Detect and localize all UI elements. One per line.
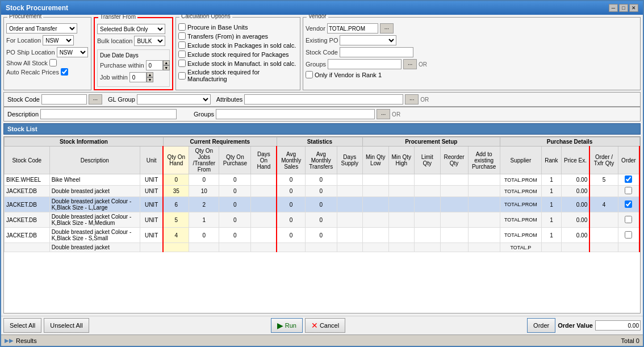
- table-row[interactable]: JACKET.DBDouble breasted jacketUNIT35100…: [5, 186, 640, 197]
- only-rank1-checkbox[interactable]: [306, 71, 313, 78]
- attributes-dots[interactable]: ···: [405, 94, 419, 104]
- table-row[interactable]: Double breasted jacketTOTAL.P: [5, 243, 640, 252]
- vendor-dots-button[interactable]: ···: [380, 23, 394, 34]
- attributes-input[interactable]: [244, 94, 403, 104]
- restore-button[interactable]: □: [619, 4, 628, 12]
- table-cell: 2: [189, 197, 219, 212]
- show-all-stock-checkbox[interactable]: [49, 59, 57, 66]
- col-stock-code: Stock Code: [5, 147, 50, 174]
- stock-code-input[interactable]: [340, 47, 413, 57]
- po-ship-label: PO Ship Location: [6, 49, 55, 56]
- col-avg-monthly-transfers: Avg Monthly Transfers: [305, 147, 337, 174]
- existing-po-select[interactable]: [340, 35, 396, 45]
- exclude-manufact-req-row: Exclude stock required for Manufacturing: [178, 69, 298, 82]
- order-checkbox[interactable]: [625, 187, 632, 194]
- vendor-input[interactable]: [327, 23, 378, 34]
- table-cell: 5: [163, 212, 189, 228]
- table-cell: 0: [219, 197, 251, 212]
- purchase-within-input[interactable]: [146, 60, 163, 70]
- table-cell: UNIT: [140, 197, 163, 212]
- exclude-manufact-checkbox[interactable]: [178, 60, 186, 67]
- table-cell: [363, 243, 389, 252]
- gl-group-select[interactable]: [137, 94, 211, 104]
- order-checkbox-cell[interactable]: [618, 186, 639, 197]
- purchase-within-up[interactable]: ▲: [163, 60, 170, 65]
- table-cell: 1: [189, 212, 219, 228]
- table-cell: [251, 197, 277, 212]
- table-cell: [415, 174, 441, 186]
- description-input[interactable]: [40, 109, 177, 119]
- order-checkbox-cell[interactable]: [618, 174, 639, 186]
- stock-code-filter-dots[interactable]: ···: [89, 94, 102, 104]
- order-button[interactable]: Order: [527, 318, 555, 333]
- procure-base-row: Procure in Base Units: [178, 23, 298, 31]
- table-cell: 5: [589, 174, 618, 186]
- table-cell: [589, 228, 618, 243]
- order-value-input[interactable]: [595, 320, 641, 331]
- groups-dots-button[interactable]: ···: [403, 59, 417, 69]
- bulk-location-select[interactable]: BULK: [134, 36, 165, 46]
- groups-filter-input[interactable]: [216, 109, 375, 119]
- order-checkbox[interactable]: [625, 216, 632, 223]
- order-checkbox-cell[interactable]: [618, 243, 639, 252]
- run-button[interactable]: ▶ Run: [271, 318, 303, 333]
- select-all-button[interactable]: Select All: [3, 318, 41, 333]
- job-within-label: Job within: [100, 74, 128, 81]
- job-within-input[interactable]: [129, 72, 147, 82]
- table-row[interactable]: JACKET.DBDouble breasted jacket Colour -…: [5, 228, 640, 243]
- auto-recalc-label: Auto Recalc Prices: [6, 69, 59, 76]
- cancel-button[interactable]: ✕ Cancel: [305, 318, 345, 333]
- order-checkbox[interactable]: [625, 175, 632, 183]
- calc-options-panel: Calculation Options Procure in Base Unit…: [175, 17, 300, 90]
- col-qty-on-hand: Qty On Hand: [163, 147, 189, 174]
- table-cell: UNIT: [140, 186, 163, 197]
- table-cell: [251, 228, 277, 243]
- table-cell: 0.00: [561, 174, 589, 186]
- table-cell: 35: [163, 186, 189, 197]
- table-cell: [251, 212, 277, 228]
- order-checkbox-cell[interactable]: [618, 228, 639, 243]
- exclude-pkg-checkbox[interactable]: [178, 51, 186, 58]
- table-cell: 0: [219, 228, 251, 243]
- groups-filter-dots[interactable]: ···: [377, 109, 390, 119]
- table-row[interactable]: JACKET.DBDouble breasted jacket Colour -…: [5, 212, 640, 228]
- table-cell: 0.00: [561, 186, 589, 197]
- minimize-button[interactable]: ─: [609, 4, 618, 12]
- procurement-type-select[interactable]: Order and Transfer Order Only Transfer O…: [6, 23, 77, 34]
- vendor-label: Vendor: [306, 25, 325, 32]
- table-cell: [251, 243, 277, 252]
- stock-code-filter-input[interactable]: [41, 94, 87, 104]
- order-checkbox[interactable]: [625, 231, 632, 239]
- transfer-type-select[interactable]: Selected Bulk Only All: [97, 24, 165, 34]
- order-checkbox-cell[interactable]: [618, 197, 639, 212]
- job-within-down[interactable]: ▼: [147, 77, 153, 82]
- close-button[interactable]: ✕: [629, 4, 638, 12]
- purchase-within-down[interactable]: ▼: [163, 65, 170, 70]
- exclude-manufact-req-checkbox[interactable]: [178, 72, 186, 80]
- table-cell: 4: [163, 228, 189, 243]
- table-cell: [388, 174, 415, 186]
- for-location-select[interactable]: NSW: [43, 35, 74, 45]
- order-checkbox[interactable]: [625, 200, 632, 208]
- table-row[interactable]: BIKE.WHEELBike WheelUNIT00000TOTAL.PROM1…: [5, 174, 640, 186]
- unselect-all-button[interactable]: Unselect All: [44, 318, 89, 333]
- col-order: Order: [618, 147, 639, 174]
- auto-recalc-checkbox[interactable]: [61, 68, 68, 76]
- po-ship-select[interactable]: NSW: [57, 47, 88, 57]
- for-location-row: For Location NSW: [6, 35, 89, 45]
- groups-input[interactable]: [328, 59, 402, 69]
- job-within-up[interactable]: ▲: [147, 72, 153, 77]
- table-cell: 0: [277, 212, 305, 228]
- exclude-sold-checkbox[interactable]: [178, 41, 186, 49]
- vendor-panel-title: Vendor: [307, 15, 328, 19]
- table-cell: [5, 243, 50, 252]
- table-cell: TOTAL.PROM: [500, 197, 542, 212]
- table-row[interactable]: JACKET.DBDouble breasted jacket Colour -…: [5, 197, 640, 212]
- table-cell: UNIT: [140, 174, 163, 186]
- stock-table-container[interactable]: Stock Information Current Requirements S…: [3, 136, 641, 313]
- transfers-avg-checkbox[interactable]: [178, 32, 186, 40]
- order-checkbox-cell[interactable]: [618, 212, 639, 228]
- table-cell: [251, 174, 277, 186]
- table-cell: Bike Wheel: [49, 174, 140, 186]
- procure-base-checkbox[interactable]: [178, 23, 186, 31]
